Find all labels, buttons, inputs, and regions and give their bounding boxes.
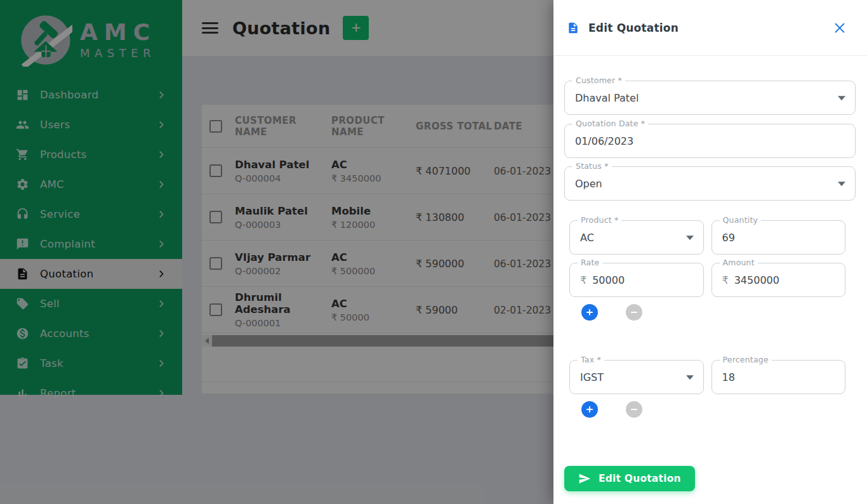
status-label: Status *: [572, 161, 612, 171]
drawer-title: Edit Quotation: [588, 22, 678, 34]
product-value: AC: [570, 221, 703, 254]
status-value: Open: [565, 167, 855, 200]
item-fields-group: Product * AC Quantity 69 Rate ₹ 50000 Am…: [569, 220, 845, 297]
rate-input[interactable]: Rate ₹ 50000: [569, 263, 704, 297]
add-tax-button[interactable]: [581, 401, 598, 418]
percentage-input[interactable]: Percentage 18: [711, 360, 846, 394]
customer-value: Dhaval Patel: [565, 81, 855, 114]
add-item-button[interactable]: [581, 304, 598, 321]
tax-value: IGST: [570, 361, 703, 394]
rate-label: Rate: [578, 258, 602, 267]
product-label: Product *: [578, 215, 621, 225]
status-select[interactable]: Status * Open: [564, 166, 856, 201]
send-icon: [578, 472, 591, 485]
close-icon[interactable]: [833, 21, 847, 35]
chevron-down-icon: [686, 235, 694, 240]
tax-fields-group: Tax * IGST Percentage 18: [569, 360, 845, 394]
submit-button-label: Edit Quotation: [599, 473, 681, 484]
quotation-date-value: 01/06/2023: [565, 124, 855, 157]
tax-select[interactable]: Tax * IGST: [569, 360, 704, 394]
edit-quotation-drawer: Edit Quotation Customer * Dhaval Patel Q…: [553, 0, 867, 504]
amount-label: Amount: [720, 258, 758, 267]
rupee-icon: ₹: [722, 274, 729, 286]
percentage-label: Percentage: [720, 355, 772, 364]
tax-row-actions: [581, 401, 856, 418]
drawer-form: Customer * Dhaval Patel Quotation Date *…: [553, 56, 867, 491]
quantity-value: 69: [712, 221, 845, 254]
chevron-down-icon: [686, 375, 694, 380]
quantity-label: Quantity: [720, 215, 762, 225]
customer-select[interactable]: Customer * Dhaval Patel: [564, 81, 856, 115]
amount-input[interactable]: Amount ₹ 3450000: [711, 263, 846, 297]
tax-label: Tax *: [578, 355, 604, 364]
chevron-down-icon: [838, 96, 845, 100]
quantity-input[interactable]: Quantity 69: [711, 220, 846, 255]
amount-value: 3450000: [734, 274, 779, 286]
document-icon: [567, 22, 579, 34]
percentage-value: 18: [712, 361, 845, 394]
quotation-date-input[interactable]: Quotation Date * 01/06/2023: [564, 124, 856, 158]
rupee-icon: ₹: [580, 274, 586, 286]
product-select[interactable]: Product * AC: [569, 220, 704, 255]
remove-tax-button[interactable]: [626, 401, 642, 418]
submit-edit-quotation-button[interactable]: Edit Quotation: [564, 466, 695, 491]
quotation-date-label: Quotation Date *: [572, 119, 648, 128]
rate-value: 50000: [592, 274, 625, 286]
customer-label: Customer *: [572, 76, 625, 85]
drawer-header: Edit Quotation: [553, 0, 867, 56]
item-row-actions: [581, 304, 856, 321]
chevron-down-icon: [838, 182, 845, 186]
remove-item-button[interactable]: [626, 304, 642, 321]
